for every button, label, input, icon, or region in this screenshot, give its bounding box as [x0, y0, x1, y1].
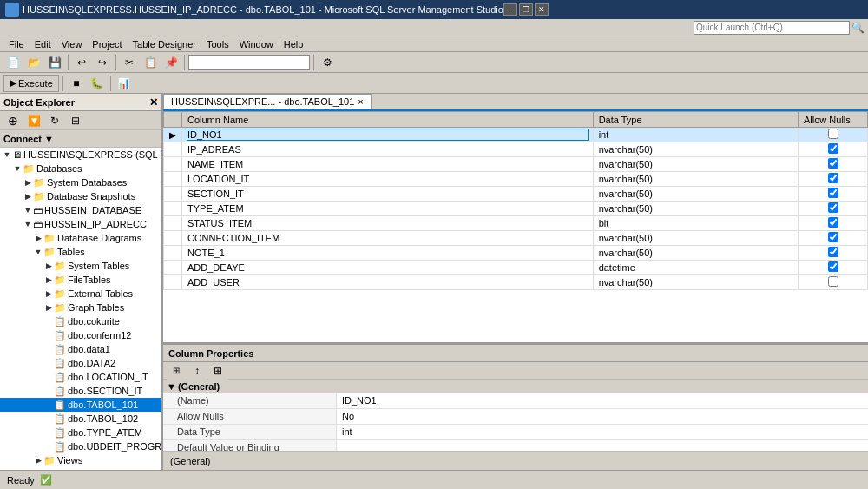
new-query-button[interactable]: 📄 — [3, 54, 23, 71]
tree-item-22[interactable]: ▶📁Views — [0, 453, 161, 467]
table-row[interactable]: NAME_ITEMnvarchar(50) — [164, 157, 868, 172]
tree-expander[interactable]: ▶ — [33, 456, 43, 465]
tree-expander[interactable]: ▶ — [43, 289, 54, 298]
allow-nulls-checkbox[interactable] — [828, 247, 838, 257]
oe-new-button[interactable]: ⊕ — [3, 112, 23, 129]
oe-connect-button[interactable]: Connect ▼ — [0, 130, 161, 148]
allow-nulls-checkbox[interactable] — [828, 173, 838, 183]
data-type-cell[interactable]: datetime — [593, 261, 798, 275]
data-type-cell[interactable]: nvarchar(50) — [593, 142, 798, 157]
tree-item-12[interactable]: 📋dbo.cokurite — [0, 314, 161, 328]
tree-item-23[interactable]: ▶📁External Resources — [0, 467, 161, 470]
tree-item-10[interactable]: ▶📁External Tables — [0, 287, 161, 301]
tree-expander[interactable]: ▶ — [43, 303, 54, 312]
menu-edit[interactable]: Edit — [30, 39, 56, 50]
tree-item-16[interactable]: 📋dbo.LOCATION_IT — [0, 370, 161, 384]
allow-nulls-checkbox[interactable] — [828, 276, 838, 287]
table-row[interactable]: LOCATION_ITnvarchar(50) — [164, 172, 868, 187]
data-type-cell[interactable]: nvarchar(50) — [593, 187, 798, 202]
close-button[interactable]: ✕ — [535, 3, 549, 16]
table-row[interactable]: ADD_USERnvarchar(50) — [164, 275, 868, 290]
tree-item-21[interactable]: 📋dbo.UBDEIT_PROGR... — [0, 439, 161, 453]
column-name-cell[interactable]: CONNECTION_ITEM — [182, 231, 594, 246]
menu-file[interactable]: File — [3, 39, 30, 50]
data-type-cell[interactable]: nvarchar(50) — [593, 246, 798, 261]
tree-item-2[interactable]: ▶📁System Databases — [0, 175, 161, 189]
quick-launch-input[interactable] — [694, 21, 850, 35]
tree-expander[interactable]: ▶ — [33, 234, 43, 242]
results-button[interactable]: 📊 — [115, 75, 134, 92]
tree-item-6[interactable]: ▶📁Database Diagrams — [0, 231, 161, 245]
tree-item-5[interactable]: ▼🗃HUSSEIN_IP_ADRECC — [0, 217, 161, 231]
column-name-cell[interactable]: STATUS_ITEM — [182, 216, 594, 231]
column-name-cell[interactable]: LOCATION_IT — [182, 172, 594, 187]
data-type-cell[interactable]: nvarchar(50) — [593, 172, 798, 187]
redo-button[interactable]: ↪ — [93, 54, 112, 71]
tree-expander[interactable]: ▼ — [23, 220, 33, 228]
oe-filter-button[interactable]: 🔽 — [24, 112, 43, 129]
data-type-cell[interactable]: nvarchar(50) — [593, 202, 798, 216]
props-section-header-0[interactable]: ▼ (General) — [163, 380, 868, 393]
data-type-cell[interactable]: nvarchar(50) — [593, 275, 798, 290]
menu-tools[interactable]: Tools — [201, 39, 234, 50]
menu-project[interactable]: Project — [87, 39, 127, 50]
tree-expander[interactable]: ▼ — [23, 206, 33, 215]
tree-item-11[interactable]: ▶📁Graph Tables — [0, 301, 161, 314]
tree-item-0[interactable]: ▼🖥HUSSEIN\SQLEXPRESS (SQL Server — [0, 148, 161, 162]
menu-view[interactable]: View — [56, 39, 88, 50]
tree-item-17[interactable]: 📋dbo.SECTION_IT — [0, 384, 161, 398]
allow-nulls-checkbox[interactable] — [828, 143, 838, 154]
menu-help[interactable]: Help — [279, 39, 309, 50]
table-row[interactable]: ▶int — [164, 128, 868, 142]
column-name-cell[interactable]: ADD_USER — [182, 275, 594, 290]
column-name-cell[interactable] — [182, 128, 594, 142]
table-row[interactable]: TYPE_ATEMnvarchar(50) — [164, 202, 868, 216]
tree-item-3[interactable]: ▶📁Database Snapshots — [0, 189, 161, 203]
tree-item-15[interactable]: 📋dbo.DATA2 — [0, 356, 161, 370]
props-sort-button[interactable]: ↕ — [187, 362, 207, 380]
column-name-cell[interactable]: SECTION_IT — [182, 187, 594, 202]
undo-button[interactable]: ↩ — [72, 54, 91, 71]
object-explorer-close[interactable]: ✕ — [149, 96, 158, 109]
allow-nulls-checkbox[interactable] — [828, 217, 838, 228]
allow-nulls-checkbox[interactable] — [828, 202, 838, 213]
tree-item-20[interactable]: 📋dbo.TYPE_ATEM — [0, 426, 161, 439]
menu-table-designer[interactable]: Table Designer — [128, 39, 201, 50]
allow-nulls-checkbox[interactable] — [828, 232, 838, 242]
restore-button[interactable]: ❐ — [519, 3, 533, 16]
tree-expander[interactable]: ▶ — [23, 192, 33, 201]
tree-expander[interactable]: ▶ — [23, 178, 33, 187]
active-tab[interactable]: HUSSEIN\SQLEXPRE... - dbo.TABOL_101 × — [163, 94, 372, 109]
column-name-cell[interactable]: ADD_DEAYE — [182, 261, 594, 275]
menu-window[interactable]: Window — [234, 39, 279, 50]
stop-button[interactable]: ■ — [67, 75, 86, 92]
server-input[interactable] — [188, 55, 310, 70]
column-name-cell[interactable]: TYPE_ATEM — [182, 202, 594, 216]
tree-item-4[interactable]: ▼🗃HUSSEIN_DATABASE — [0, 203, 161, 217]
settings-button[interactable]: ⚙ — [318, 54, 337, 71]
props-expand-button[interactable]: ⊞ — [208, 362, 227, 380]
minimize-button[interactable]: ─ — [503, 3, 517, 16]
tree-item-19[interactable]: 📋dbo.TABOL_102 — [0, 412, 161, 426]
table-row[interactable]: SECTION_ITnvarchar(50) — [164, 187, 868, 202]
column-name-cell[interactable]: IP_ADREAS — [182, 142, 594, 157]
data-type-cell[interactable]: bit — [593, 216, 798, 231]
open-button[interactable]: 📂 — [24, 54, 43, 71]
paste-button[interactable]: 📌 — [161, 54, 181, 71]
data-type-cell[interactable]: nvarchar(50) — [593, 157, 798, 172]
allow-nulls-checkbox[interactable] — [828, 261, 838, 272]
table-row[interactable]: ADD_DEAYEdatetime — [164, 261, 868, 275]
tree-item-13[interactable]: 📋dbo.conferm12 — [0, 328, 161, 342]
oe-collapse-button[interactable]: ⊟ — [66, 112, 85, 129]
debug-button[interactable]: 🐛 — [88, 75, 107, 92]
table-row[interactable]: IP_ADREASnvarchar(50) — [164, 142, 868, 157]
save-button[interactable]: 💾 — [45, 54, 64, 71]
props-grid-button[interactable]: ⊞ — [167, 362, 186, 380]
tree-expander[interactable]: ▶ — [43, 261, 54, 270]
column-name-cell[interactable]: NOTE_1 — [182, 246, 594, 261]
tree-item-8[interactable]: ▶📁System Tables — [0, 259, 161, 273]
tree-item-18[interactable]: 📋dbo.TABOL_101 — [0, 398, 161, 412]
allow-nulls-checkbox[interactable] — [828, 188, 838, 198]
tree-expander[interactable]: ▼ — [12, 164, 23, 173]
tab-close-icon[interactable]: × — [358, 96, 363, 107]
